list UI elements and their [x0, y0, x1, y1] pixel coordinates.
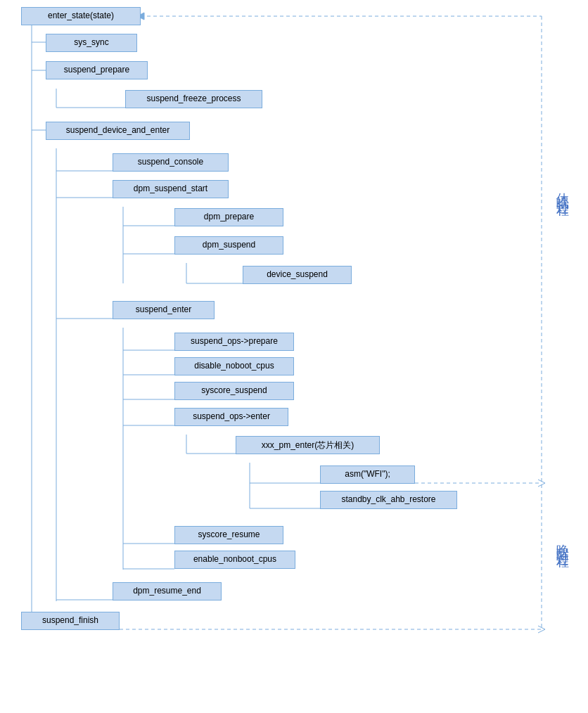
node-standby-clk: standby_clk_ahb_restore: [320, 491, 457, 509]
label-wake-process: 唤醒过程: [554, 534, 571, 551]
node-suspend-ops-prepare: suspend_ops->prepare: [174, 333, 294, 351]
node-xxx-pm-enter: xxx_pm_enter(芯片相关): [236, 436, 380, 454]
label-sleep-process: 休眠过程: [554, 183, 571, 200]
node-syscore-suspend: syscore_suspend: [174, 382, 294, 400]
node-suspend-device-and-enter: suspend_device_and_enter: [46, 122, 190, 140]
node-asm-wfi: asm("WFI");: [320, 465, 415, 484]
node-dpm-suspend-start: dpm_suspend_start: [113, 180, 229, 198]
node-suspend-enter: suspend_enter: [113, 301, 215, 319]
node-suspend-freeze-process: suspend_freeze_process: [125, 90, 262, 108]
node-dpm-resume-end: dpm_resume_end: [113, 582, 222, 600]
node-sys-sync: sys_sync: [46, 34, 137, 52]
node-suspend-ops-enter: suspend_ops->enter: [174, 408, 288, 426]
node-suspend-console: suspend_console: [113, 153, 229, 172]
node-suspend-prepare: suspend_prepare: [46, 61, 148, 79]
node-device-suspend: device_suspend: [243, 266, 352, 284]
node-syscore-resume: syscore_resume: [174, 526, 283, 544]
connector-lines: [0, 0, 588, 713]
node-disable-noboot-cpus: disable_noboot_cpus: [174, 357, 294, 375]
node-dpm-suspend: dpm_suspend: [174, 236, 283, 255]
node-enable-nonboot-cpus: enable_nonboot_cpus: [174, 551, 295, 569]
node-enter-state: enter_state(state): [21, 7, 141, 25]
diagram-container: enter_state(state) sys_sync suspend_prep…: [0, 0, 588, 713]
node-suspend-finish: suspend_finish: [21, 612, 120, 630]
node-dpm-prepare: dpm_prepare: [174, 208, 283, 226]
